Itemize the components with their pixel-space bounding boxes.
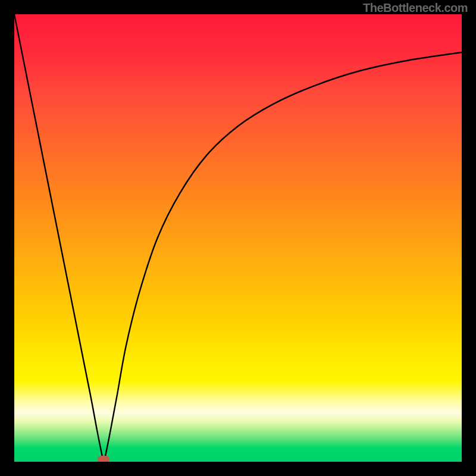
curve-svg — [14, 14, 462, 462]
bottleneck-curve — [14, 14, 462, 462]
watermark-text: TheBottleneck.com — [363, 1, 468, 15]
optimum-marker — [98, 456, 109, 462]
plot-area — [14, 14, 462, 462]
